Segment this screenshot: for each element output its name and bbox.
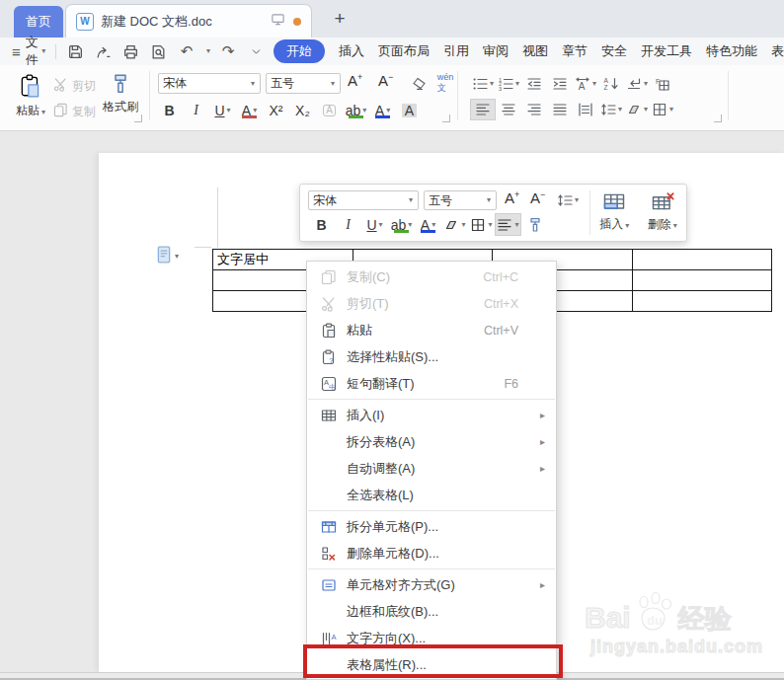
- align-left-icon[interactable]: [470, 99, 496, 120]
- line-spacing-icon[interactable]: ▾: [555, 189, 581, 211]
- dialog-launcher[interactable]: [134, 114, 142, 122]
- print-icon[interactable]: [121, 41, 141, 61]
- print-preview-icon[interactable]: [149, 41, 169, 61]
- increase-indent-icon[interactable]: [547, 73, 573, 95]
- menu-tab-章节[interactable]: 章节: [562, 39, 588, 63]
- export-icon[interactable]: [94, 41, 114, 61]
- menu-item-label: 粘贴: [347, 322, 484, 340]
- decrease-indent-icon[interactable]: [521, 73, 547, 95]
- justify-icon[interactable]: [547, 99, 573, 120]
- menu-translate[interactable]: A中短句翻译(T)F6: [307, 370, 556, 397]
- font-color-button[interactable]: A▾: [369, 99, 396, 121]
- mini-insert-button[interactable]: 插入▾: [599, 192, 629, 233]
- menu-copy[interactable]: 复制(C)Ctrl+C: [307, 264, 556, 290]
- shrink-font-button[interactable]: A−: [378, 72, 393, 89]
- menu-tab-表[interactable]: 表: [771, 39, 784, 63]
- char-shading-button[interactable]: A: [396, 99, 423, 121]
- font-size-combo[interactable]: 五号 ▾: [266, 73, 341, 94]
- menu-tab-审阅[interactable]: 审阅: [483, 39, 509, 63]
- superscript-button[interactable]: X²: [263, 99, 289, 121]
- alignment-button[interactable]: ▾: [495, 213, 521, 236]
- mini-delete-button[interactable]: 删除▾: [648, 192, 677, 233]
- table-cell[interactable]: [632, 250, 772, 270]
- menu-tab-插入[interactable]: 插入: [339, 39, 364, 63]
- mini-font-size-combo[interactable]: 五号 ▾: [424, 190, 497, 210]
- presentation-mode-icon[interactable]: [271, 12, 285, 31]
- menu-autofit[interactable]: 自动调整(A)▸: [307, 455, 556, 482]
- enclosed-char-button[interactable]: A: [316, 99, 343, 121]
- redo-icon[interactable]: ↷: [218, 41, 238, 61]
- collapse-ribbon-icon[interactable]: [246, 41, 266, 61]
- italic-button[interactable]: I: [335, 213, 361, 236]
- dialog-launcher[interactable]: [442, 114, 450, 122]
- menu-paste[interactable]: 粘贴Ctrl+V: [307, 317, 556, 343]
- mini-font-name-combo[interactable]: 宋体 ▾: [308, 190, 419, 210]
- borders-button[interactable]: ▾: [468, 213, 495, 236]
- copy-button[interactable]: 复制: [53, 103, 96, 120]
- clear-format-icon[interactable]: [407, 73, 432, 95]
- borders-icon[interactable]: ▾: [650, 99, 675, 120]
- line-spacing-icon[interactable]: ▾: [598, 99, 624, 120]
- menu-tab-引用[interactable]: 引用: [443, 39, 469, 63]
- menu-tab-页面布局[interactable]: 页面布局: [378, 39, 430, 63]
- show-marks-icon[interactable]: ▾: [624, 73, 650, 95]
- menu-split-cells[interactable]: 拆分单元格(P)...: [307, 513, 556, 540]
- file-menu-button[interactable]: ≡ 文件 ▾: [12, 34, 45, 69]
- pinyin-guide-icon[interactable]: wén文: [432, 72, 458, 94]
- underline-button[interactable]: U▾: [361, 213, 388, 236]
- mini-grow-font-button[interactable]: A+: [505, 189, 519, 206]
- shading-icon[interactable]: ▾: [624, 99, 650, 120]
- menu-tab-开发工具[interactable]: 开发工具: [641, 39, 692, 63]
- chevron-down-icon: ▾: [488, 221, 492, 229]
- menu-tab-开始[interactable]: 开始: [274, 39, 325, 63]
- font-name-combo[interactable]: 宋体 ▾: [158, 73, 261, 94]
- menu-delete-cells[interactable]: 删除单元格(D)...: [307, 540, 556, 567]
- menu-item-shortcut: Ctrl+V: [484, 324, 518, 338]
- font-color-button[interactable]: A▾: [415, 213, 441, 236]
- menu-paste-special[interactable]: ?选择性粘贴(S)...: [307, 343, 556, 370]
- menu-tab-安全[interactable]: 安全: [601, 39, 627, 63]
- distribute-icon[interactable]: [573, 99, 598, 120]
- menu-select-table[interactable]: 全选表格(L): [307, 482, 556, 508]
- bold-button[interactable]: B: [308, 213, 335, 236]
- mini-shrink-font-button[interactable]: A−: [530, 189, 545, 206]
- underline-button[interactable]: U▾: [209, 99, 236, 121]
- insert-frame-icon[interactable]: F: [650, 73, 675, 95]
- grow-font-button[interactable]: A+: [348, 72, 362, 89]
- highlight-button[interactable]: ab▾: [343, 99, 369, 121]
- align-center-icon[interactable]: [496, 99, 521, 120]
- dialog-launcher[interactable]: [714, 114, 722, 122]
- sort-icon[interactable]: AZ: [598, 73, 624, 95]
- chevron-down-icon: ▾: [515, 80, 519, 88]
- bold-button[interactable]: B: [156, 99, 183, 121]
- align-right-icon[interactable]: [521, 99, 547, 120]
- format-painter-icon: [111, 73, 130, 99]
- format-painter-button[interactable]: [521, 213, 548, 236]
- save-icon[interactable]: [66, 41, 86, 61]
- menu-cell-alignment[interactable]: 单元格对齐方式(G)▸: [307, 571, 556, 598]
- format-painter-button[interactable]: 格式刷: [97, 73, 144, 115]
- char-scale-icon[interactable]: A▾: [573, 73, 598, 95]
- table-cell[interactable]: [632, 270, 772, 291]
- shading-button[interactable]: ▾: [441, 213, 468, 236]
- menu-split-table[interactable]: 拆分表格(A)▸: [307, 428, 556, 455]
- menu-cut[interactable]: 剪切(T)Ctrl+X: [307, 290, 556, 317]
- table-cell[interactable]: [632, 291, 772, 312]
- paste-options-button[interactable]: ▾: [155, 245, 179, 268]
- menu-insert[interactable]: 插入(I)▸: [307, 402, 556, 428]
- document-tab[interactable]: W 新建 DOC 文档.doc: [65, 4, 312, 38]
- bullet-list-icon[interactable]: ▾: [470, 73, 496, 95]
- new-tab-button[interactable]: +: [328, 7, 352, 31]
- paste-button[interactable]: 粘贴▾: [10, 73, 51, 119]
- subscript-button[interactable]: X₂: [289, 99, 316, 121]
- menu-tab-特色功能[interactable]: 特色功能: [706, 39, 757, 63]
- char-border-button[interactable]: A▾: [236, 99, 263, 121]
- cut-button[interactable]: 剪切: [53, 77, 96, 95]
- italic-button[interactable]: I: [183, 99, 209, 121]
- menu-tab-视图[interactable]: 视图: [522, 39, 548, 63]
- menu-borders-shading[interactable]: 边框和底纹(B)...: [307, 598, 556, 625]
- undo-icon[interactable]: ↶: [177, 41, 196, 61]
- highlight-button[interactable]: ab▾: [388, 213, 415, 236]
- chevron-down-icon: ▾: [206, 47, 210, 55]
- number-list-icon[interactable]: 123▾: [496, 73, 521, 95]
